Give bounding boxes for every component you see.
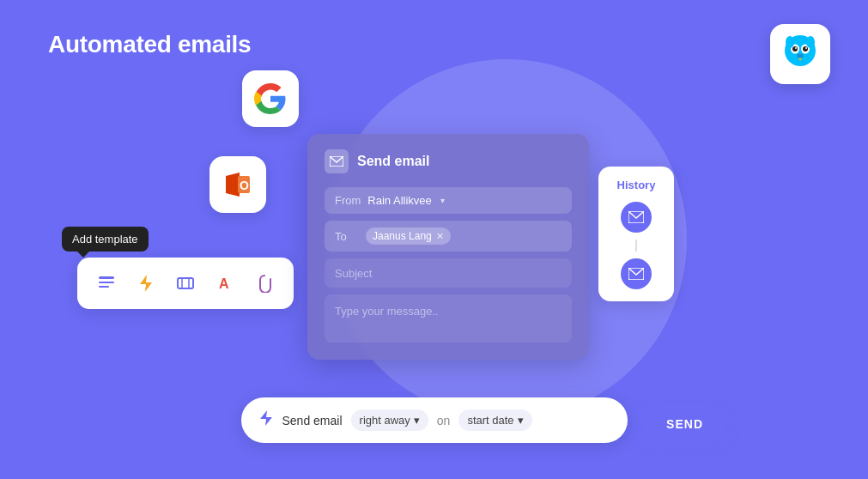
svg-text:A: A bbox=[219, 276, 229, 291]
svg-marker-18 bbox=[140, 275, 152, 292]
to-label: To bbox=[335, 230, 359, 243]
svg-point-9 bbox=[786, 36, 794, 48]
subject-placeholder: Subject bbox=[335, 267, 372, 280]
svg-rect-15 bbox=[99, 276, 114, 279]
subject-field[interactable]: Subject bbox=[325, 258, 572, 288]
text-format-icon[interactable]: A bbox=[211, 270, 239, 297]
bottom-bar: Send email right away ▾ on start date ▾ bbox=[241, 397, 628, 443]
right-away-dropdown-icon: ▾ bbox=[414, 414, 420, 427]
send-email-card: Send email From Rain Allikvee ▾ To Jaanu… bbox=[307, 134, 589, 360]
start-date-select[interactable]: start date ▾ bbox=[458, 409, 531, 431]
google-app-icon[interactable] bbox=[242, 70, 299, 127]
svg-point-10 bbox=[806, 36, 815, 48]
template-icon[interactable] bbox=[93, 270, 120, 297]
from-field-row[interactable]: From Rain Allikvee ▾ bbox=[325, 187, 572, 214]
svg-rect-17 bbox=[99, 286, 109, 288]
tooltip-text: Add template bbox=[72, 233, 138, 246]
owl-logo bbox=[770, 24, 830, 84]
history-connector bbox=[635, 240, 637, 252]
from-value: Rain Allikvee bbox=[367, 194, 431, 207]
send-email-title: Send email bbox=[357, 154, 429, 169]
send-email-bottom-label: Send email bbox=[282, 414, 343, 427]
message-placeholder: Type your message.. bbox=[335, 305, 439, 318]
bolt-action-icon bbox=[258, 409, 274, 431]
add-template-tooltip: Add template bbox=[62, 227, 149, 252]
toolbar-card: A bbox=[77, 258, 294, 309]
send-button[interactable]: SEND bbox=[642, 405, 727, 443]
history-mail-icon-2 bbox=[621, 258, 652, 289]
message-area[interactable]: Type your message.. bbox=[325, 294, 572, 343]
to-field-row[interactable]: To Jaanus Lang ✕ bbox=[325, 221, 572, 252]
to-tag-label: Jaanus Lang bbox=[373, 230, 432, 242]
svg-rect-16 bbox=[99, 282, 114, 283]
page-title: Automated emails bbox=[48, 31, 251, 58]
to-tag-chip[interactable]: Jaanus Lang ✕ bbox=[366, 227, 451, 245]
svg-point-7 bbox=[797, 53, 804, 58]
svg-point-3 bbox=[792, 46, 798, 52]
to-tag-remove[interactable]: ✕ bbox=[436, 231, 444, 242]
frame-icon[interactable] bbox=[172, 270, 199, 297]
right-away-select[interactable]: right away ▾ bbox=[351, 409, 428, 431]
history-title: History bbox=[617, 179, 656, 191]
history-card: History bbox=[598, 167, 674, 301]
svg-marker-12 bbox=[226, 173, 240, 197]
send-email-header: Send email bbox=[325, 149, 572, 173]
attachment-icon[interactable] bbox=[251, 270, 278, 297]
on-label: on bbox=[437, 414, 451, 427]
owl-icon bbox=[781, 32, 819, 77]
svg-text:O: O bbox=[240, 179, 249, 192]
start-date-dropdown-icon: ▾ bbox=[518, 414, 524, 427]
bolt-icon[interactable] bbox=[132, 270, 160, 297]
history-mail-icon-1 bbox=[621, 202, 652, 233]
svg-point-5 bbox=[795, 47, 797, 49]
from-label: From bbox=[335, 194, 361, 207]
svg-marker-26 bbox=[260, 410, 272, 426]
from-dropdown-arrow[interactable]: ▾ bbox=[440, 196, 445, 205]
office-app-icon[interactable]: O bbox=[209, 156, 266, 213]
mail-icon bbox=[325, 149, 349, 173]
svg-point-4 bbox=[803, 46, 808, 52]
svg-point-6 bbox=[805, 47, 807, 49]
svg-rect-19 bbox=[178, 278, 193, 288]
